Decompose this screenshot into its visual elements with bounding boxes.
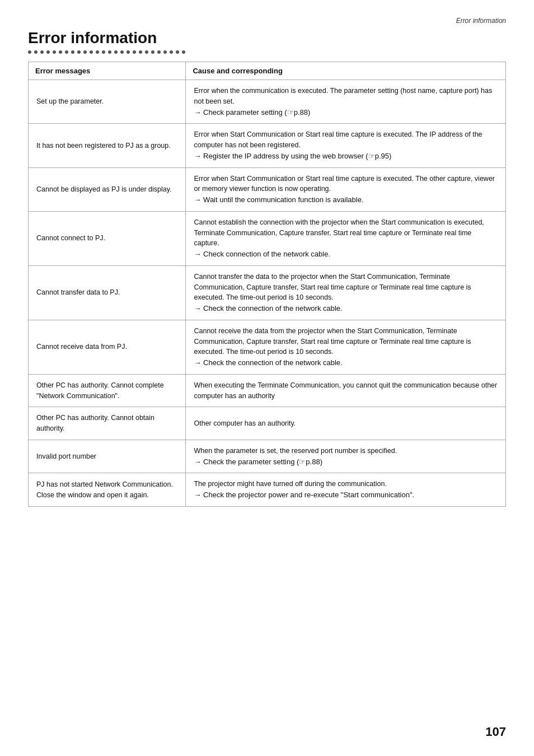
- error-info-table: Error messages Cause and corresponding S…: [28, 62, 506, 507]
- col-error-messages-header: Error messages: [29, 62, 186, 80]
- section-title: Error information: [28, 29, 506, 47]
- table-row: Cannot connect to PJ.Cannot establish th…: [29, 211, 506, 265]
- error-message-cell: Cannot be displayed as PJ is under displ…: [29, 167, 186, 211]
- cause-cell: Cannot transfer the data to the projecto…: [186, 265, 506, 320]
- table-row: It has not been registered to PJ as a gr…: [29, 124, 506, 167]
- cause-cell: When executing the Terminate Communicati…: [186, 374, 506, 407]
- error-message-cell: Cannot transfer data to PJ.: [29, 265, 186, 320]
- table-row: Cannot receive data from PJ.Cannot recei…: [29, 320, 506, 374]
- table-row: Other PC has authority. Cannot obtain au…: [29, 407, 506, 440]
- cause-cell: Error when Start Communication or Start …: [186, 124, 506, 167]
- table-row: PJ has not started Network Communication…: [29, 473, 506, 507]
- dot-line-decoration: [28, 50, 506, 54]
- cause-cell: Cannot receive the data from the project…: [186, 320, 506, 374]
- error-message-cell: Other PC has authority. Cannot complete …: [29, 374, 186, 407]
- error-message-cell: Cannot receive data from PJ.: [29, 320, 186, 374]
- cause-cell: Cannot establish the connection with the…: [186, 211, 506, 265]
- error-message-cell: Invalid port number: [29, 440, 186, 473]
- error-message-cell: Other PC has authority. Cannot obtain au…: [29, 407, 186, 440]
- page-header: Error information: [28, 17, 506, 25]
- error-message-cell: It has not been registered to PJ as a gr…: [29, 124, 186, 167]
- error-message-cell: PJ has not started Network Communication…: [29, 473, 186, 507]
- cause-cell: Other computer has an authority.: [186, 407, 506, 440]
- table-row: Cannot be displayed as PJ is under displ…: [29, 167, 506, 211]
- cause-cell: Error when the communication is executed…: [186, 80, 506, 124]
- table-row: Other PC has authority. Cannot complete …: [29, 374, 506, 407]
- error-message-cell: Cannot connect to PJ.: [29, 211, 186, 265]
- table-row: Cannot transfer data to PJ.Cannot transf…: [29, 265, 506, 320]
- cause-cell: The projector might have turned off duri…: [186, 473, 506, 507]
- cause-cell: When the parameter is set, the reserved …: [186, 440, 506, 473]
- cause-cell: Error when Start Communication or Start …: [186, 167, 506, 211]
- table-row: Invalid port numberWhen the parameter is…: [29, 440, 506, 473]
- table-row: Set up the parameter.Error when the comm…: [29, 80, 506, 124]
- page-number: 107: [485, 725, 506, 739]
- col-cause-header: Cause and corresponding: [186, 62, 506, 80]
- error-message-cell: Set up the parameter.: [29, 80, 186, 124]
